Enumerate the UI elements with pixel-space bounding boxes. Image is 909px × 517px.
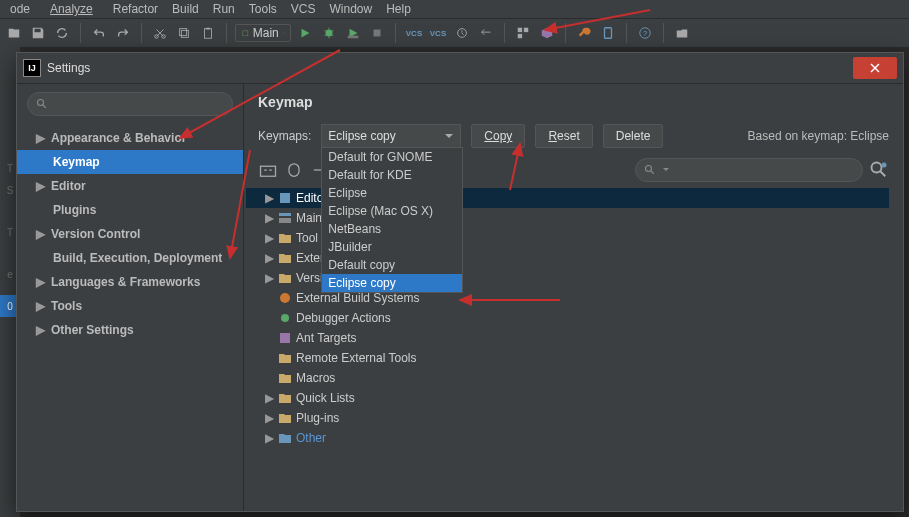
- svg-rect-13: [518, 34, 522, 38]
- vcs-update-icon[interactable]: VCS: [404, 23, 424, 43]
- settings-dialog: IJ Settings ▶Appearance & BehaviorKeymap…: [16, 52, 904, 512]
- keymap-option[interactable]: Default copy: [322, 256, 462, 274]
- runconfig-label: Main: [253, 26, 279, 40]
- settings-tree-item[interactable]: ▶Tools: [17, 294, 243, 318]
- action-search[interactable]: [635, 158, 863, 182]
- keymap-option[interactable]: Eclipse copy: [322, 274, 462, 292]
- redo-icon[interactable]: [113, 23, 133, 43]
- new-mouse-icon[interactable]: [284, 160, 304, 180]
- copy-icon[interactable]: [174, 23, 194, 43]
- open-file-icon[interactable]: [4, 23, 24, 43]
- svg-point-17: [38, 100, 44, 106]
- vcs-history-icon[interactable]: [452, 23, 472, 43]
- svg-rect-2: [180, 29, 187, 36]
- keymap-option[interactable]: Default for KDE: [322, 166, 462, 184]
- stop-icon[interactable]: [367, 23, 387, 43]
- keymap-tree-row[interactable]: Remote External Tools: [246, 348, 889, 368]
- run-config-selector[interactable]: Main: [235, 24, 291, 42]
- help-icon[interactable]: ?: [635, 23, 655, 43]
- keymap-tree-row[interactable]: Macros: [246, 368, 889, 388]
- keymap-option[interactable]: Eclipse (Mac OS X): [322, 202, 462, 220]
- menu-window[interactable]: Window: [324, 2, 379, 16]
- reset-button[interactable]: Reset: [535, 124, 592, 148]
- run-icon[interactable]: [295, 23, 315, 43]
- structure-icon[interactable]: [513, 23, 533, 43]
- paste-icon[interactable]: [198, 23, 218, 43]
- svg-point-21: [872, 163, 882, 173]
- menu-build[interactable]: Build: [166, 2, 205, 16]
- svg-rect-6: [243, 30, 248, 35]
- keymap-option[interactable]: Eclipse: [322, 184, 462, 202]
- cut-icon[interactable]: [150, 23, 170, 43]
- chevron-down-icon: [283, 29, 284, 37]
- keymap-option[interactable]: JBuilder: [322, 238, 462, 256]
- intellij-icon: IJ: [23, 59, 41, 77]
- menu-help[interactable]: Help: [380, 2, 417, 16]
- settings-search[interactable]: [27, 92, 233, 116]
- vcs-revert-icon[interactable]: [476, 23, 496, 43]
- settings-tree-item[interactable]: ▶Other Settings: [17, 318, 243, 342]
- undo-icon[interactable]: [89, 23, 109, 43]
- debug-icon[interactable]: [319, 23, 339, 43]
- sync-icon[interactable]: [52, 23, 72, 43]
- settings-tree-item[interactable]: Keymap: [17, 150, 243, 174]
- keymaps-label: Keymaps:: [258, 129, 311, 143]
- coverage-icon[interactable]: [343, 23, 363, 43]
- runconfig-icon: [242, 30, 249, 37]
- svg-text:?: ?: [643, 29, 648, 38]
- keymap-tree-row[interactable]: ▶Other: [246, 428, 889, 448]
- svg-rect-8: [348, 36, 359, 39]
- menu-refactor[interactable]: Refactor: [107, 2, 164, 16]
- keymap-tree-row[interactable]: ▶Plug-ins: [246, 408, 889, 428]
- settings-tree-item[interactable]: Plugins: [17, 198, 243, 222]
- keymaps-combo[interactable]: Eclipse copy Default for GNOMEDefault fo…: [321, 124, 461, 148]
- keymap-tree-row[interactable]: Debugger Actions: [246, 308, 889, 328]
- svg-rect-12: [524, 28, 528, 32]
- keymaps-value: Eclipse copy: [328, 129, 395, 143]
- svg-point-7: [326, 30, 333, 37]
- svg-rect-18: [261, 166, 276, 176]
- new-shortcut-icon[interactable]: [258, 160, 278, 180]
- wrench-icon[interactable]: [574, 23, 594, 43]
- svg-rect-9: [374, 30, 381, 37]
- svg-rect-14: [605, 28, 612, 39]
- dialog-titlebar[interactable]: IJ Settings: [17, 53, 903, 84]
- keymap-option[interactable]: Default for GNOME: [322, 148, 462, 166]
- menu-analyze[interactable]: Analyze: [38, 2, 105, 16]
- settings-tree: ▶Appearance & BehaviorKeymap▶EditorPlugi…: [17, 84, 244, 511]
- keymap-panel: Keymap Keymaps: Eclipse copy Default for…: [244, 84, 903, 511]
- settings-search-input[interactable]: [54, 96, 224, 112]
- svg-point-27: [281, 314, 289, 322]
- menu-code[interactable]: ode: [4, 2, 36, 16]
- svg-point-22: [882, 163, 887, 168]
- sdk-manager-icon[interactable]: [537, 23, 557, 43]
- svg-rect-25: [279, 218, 291, 223]
- project-level-icon[interactable]: [672, 23, 692, 43]
- menu-run[interactable]: Run: [207, 2, 241, 16]
- chevron-down-icon: [444, 131, 454, 141]
- settings-tree-item[interactable]: ▶Editor: [17, 174, 243, 198]
- settings-tree-item[interactable]: ▶Appearance & Behavior: [17, 126, 243, 150]
- ide-menubar[interactable]: ode Analyze Refactor Build Run Tools VCS…: [0, 0, 909, 18]
- settings-tree-item[interactable]: ▶Version Control: [17, 222, 243, 246]
- ide-toolbar: Main VCS VCS ?: [0, 18, 909, 48]
- menu-tools[interactable]: Tools: [243, 2, 283, 16]
- vcs-commit-icon[interactable]: VCS: [428, 23, 448, 43]
- svg-point-20: [646, 166, 652, 172]
- menu-vcs[interactable]: VCS: [285, 2, 322, 16]
- keymap-tree-row[interactable]: ▶Quick Lists: [246, 388, 889, 408]
- save-icon[interactable]: [28, 23, 48, 43]
- delete-button[interactable]: Delete: [603, 124, 664, 148]
- keymap-tree-row[interactable]: Ant Targets: [246, 328, 889, 348]
- settings-tree-item[interactable]: ▶Languages & Frameworks: [17, 270, 243, 294]
- emulator-icon[interactable]: [598, 23, 618, 43]
- copy-button[interactable]: Copy: [471, 124, 525, 148]
- panel-title: Keymap: [244, 84, 903, 118]
- search-icon: [644, 164, 656, 176]
- dialog-title: Settings: [47, 61, 90, 75]
- keymap-option[interactable]: NetBeans: [322, 220, 462, 238]
- find-by-shortcut-icon[interactable]: [869, 160, 889, 180]
- svg-rect-11: [518, 28, 522, 32]
- settings-tree-item[interactable]: Build, Execution, Deployment: [17, 246, 243, 270]
- close-button[interactable]: [853, 57, 897, 79]
